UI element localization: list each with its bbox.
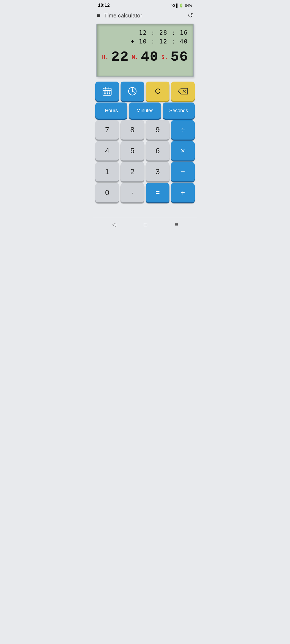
result-m-label: M. <box>132 54 138 60</box>
recents-icon[interactable]: ≡ <box>175 221 178 228</box>
calculator-display: 12 : 28 : 16 + 10 : 12 : 40 H. 22 M. 40 … <box>96 24 194 77</box>
clear-button[interactable]: C <box>146 82 169 101</box>
result-s-value: 56 <box>171 49 188 65</box>
svg-point-13 <box>132 91 133 92</box>
svg-rect-7 <box>104 93 106 94</box>
svg-rect-6 <box>109 92 110 93</box>
minutes-label: Minutes <box>136 108 153 114</box>
keypad: C Hours Minutes Seconds 7 8 <box>93 80 197 205</box>
hours-button[interactable]: Hours <box>95 103 127 119</box>
minutes-button[interactable]: Minutes <box>129 103 161 119</box>
key-4[interactable]: 4 <box>95 141 119 160</box>
function-row: C <box>95 82 195 101</box>
minus-button[interactable]: − <box>171 162 195 181</box>
battery-percent: 84% <box>185 3 192 8</box>
key-1[interactable]: 1 <box>95 162 119 181</box>
svg-rect-9 <box>109 93 110 94</box>
key-7[interactable]: 7 <box>95 120 119 140</box>
history-icon[interactable]: ↺ <box>188 12 193 19</box>
backspace-button[interactable] <box>171 82 195 101</box>
plus-button[interactable]: + <box>171 183 195 202</box>
status-time: 10:12 <box>98 3 110 8</box>
row-0dot: 0 · = + <box>95 183 195 202</box>
seconds-label: Seconds <box>169 108 188 114</box>
key-dot[interactable]: · <box>121 183 144 202</box>
clock-button[interactable] <box>121 82 144 101</box>
home-icon[interactable]: □ <box>144 221 147 228</box>
toolbar-left: ≡ Time calculator <box>97 12 142 19</box>
row-123: 1 2 3 − <box>95 162 195 181</box>
menu-icon[interactable]: ≡ <box>97 12 100 19</box>
result-m-value: 40 <box>141 49 159 65</box>
svg-rect-8 <box>107 93 108 94</box>
signal-icon: ⁴G▐ <box>171 3 177 8</box>
result-s-label: S. <box>161 54 168 60</box>
toolbar: ≡ Time calculator ↺ <box>93 10 197 21</box>
nav-bar: ◁ □ ≡ <box>93 217 197 232</box>
svg-rect-4 <box>104 92 106 93</box>
key-8[interactable]: 8 <box>121 120 144 140</box>
divide-button[interactable]: ÷ <box>171 120 195 140</box>
key-6[interactable]: 6 <box>146 141 169 160</box>
seconds-button[interactable]: Seconds <box>163 103 195 119</box>
key-9[interactable]: 9 <box>146 120 169 140</box>
clear-label: C <box>155 87 160 96</box>
key-3[interactable]: 3 <box>146 162 169 181</box>
key-2[interactable]: 2 <box>121 162 144 181</box>
input-lines: 12 : 28 : 16 + 10 : 12 : 40 <box>102 28 188 46</box>
key-0[interactable]: 0 <box>95 183 119 202</box>
back-icon[interactable]: ◁ <box>112 221 116 228</box>
display-line-2: + 10 : 12 : 40 <box>102 37 188 46</box>
result-h-label: H. <box>102 54 108 60</box>
battery-icon: 🔋 <box>179 3 183 8</box>
equals-button[interactable]: = <box>146 183 169 202</box>
result-h-value: 22 <box>111 49 129 65</box>
status-bar: 10:12 ⁴G▐ 🔋 84% <box>93 0 197 10</box>
display-result: H. 22 M. 40 S. 56 <box>102 49 188 65</box>
app-title: Time calculator <box>104 12 142 19</box>
svg-rect-5 <box>107 92 108 93</box>
calendar-button[interactable] <box>95 82 119 101</box>
row-456: 4 5 6 × <box>95 141 195 160</box>
row-789: 7 8 9 ÷ <box>95 120 195 140</box>
status-icons: ⁴G▐ 🔋 84% <box>171 3 192 8</box>
unit-row: Hours Minutes Seconds <box>95 103 195 119</box>
display-line-1: 12 : 28 : 16 <box>102 28 188 37</box>
multiply-button[interactable]: × <box>171 141 195 160</box>
hours-label: Hours <box>105 108 118 114</box>
key-5[interactable]: 5 <box>121 141 144 160</box>
